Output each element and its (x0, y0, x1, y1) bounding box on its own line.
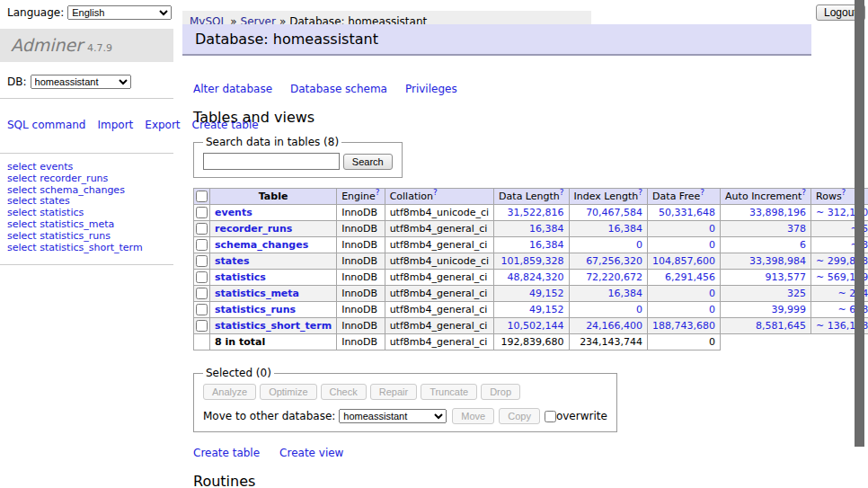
total-cell: 192,839,680 (494, 334, 569, 350)
drop-button[interactable]: Drop (481, 384, 520, 400)
row-checkbox-statistics-short-term[interactable] (196, 320, 208, 332)
cell-link-auto-increment[interactable]: 378 (787, 223, 806, 235)
link-create-table[interactable]: Create table (193, 447, 260, 459)
link-select-events[interactable]: select events (7, 162, 166, 173)
cell-link-data-free[interactable]: 0 (709, 239, 715, 251)
move-button[interactable]: Move (452, 408, 494, 424)
cell-engine: InnoDB (337, 302, 385, 318)
table-link-events[interactable]: events (215, 207, 252, 218)
row-checkbox-statistics-runs[interactable] (196, 304, 208, 315)
cell-link-data-length[interactable]: 16,384 (529, 223, 564, 235)
cell-engine: InnoDB (337, 253, 385, 270)
cell-link-data-length[interactable]: 48,824,320 (508, 271, 564, 283)
repair-button[interactable]: Repair (370, 384, 417, 400)
table-row-events: eventsInnoDButf8mb4_unicode_ci31,522,816… (194, 205, 868, 221)
cell-link-auto-increment[interactable]: 33,398,984 (749, 255, 806, 267)
help-link-rows[interactable]: ? (842, 188, 846, 197)
truncate-button[interactable]: Truncate (421, 384, 477, 400)
cell-link-index-length[interactable]: 72,220,672 (586, 271, 642, 283)
link-select-statistics-short-term[interactable]: select statistics_short_term (7, 243, 166, 254)
cell-collation: utf8mb4_general_ci (385, 302, 493, 318)
help-link-data-free[interactable]: ? (700, 188, 704, 197)
cell-link-data-free[interactable]: 50,331,648 (659, 207, 715, 218)
cell-link-index-length[interactable]: 16,384 (608, 223, 643, 235)
link-select-statistics-runs[interactable]: select statistics_runs (7, 231, 166, 243)
table-link-statistics-meta[interactable]: statistics_meta (215, 288, 299, 299)
cell-link-data-free[interactable]: 0 (709, 304, 715, 315)
optimize-button[interactable]: Optimize (260, 384, 316, 400)
language-select[interactable]: English (67, 5, 172, 20)
cell-link-data-free[interactable]: 188,743,680 (652, 320, 715, 332)
cell-link-data-length[interactable]: 49,152 (529, 288, 564, 299)
table-link-statistics-runs[interactable]: statistics_runs (215, 304, 296, 315)
help-link-data-length[interactable]: ? (560, 188, 564, 197)
link-create-view[interactable]: Create view (279, 447, 343, 459)
vertical-scrollbar[interactable] (855, 0, 864, 447)
link-alter-database[interactable]: Alter database (193, 83, 272, 95)
row-checkbox-events[interactable] (196, 207, 208, 218)
cell-collation: utf8mb4_general_ci (385, 270, 493, 286)
table-link-schema-changes[interactable]: schema_changes (215, 239, 308, 251)
cell-link-auto-increment[interactable]: 39,999 (772, 304, 807, 315)
help-link-engine[interactable]: ? (376, 188, 380, 197)
help-link-collation[interactable]: ? (433, 188, 438, 197)
overwrite-checkbox[interactable] (545, 411, 556, 422)
check-button[interactable]: Check (321, 384, 367, 400)
selected-legend: Selected (0) (203, 367, 274, 379)
sidebar-divider (0, 264, 173, 265)
cell-link-data-length[interactable]: 16,384 (529, 239, 564, 251)
table-link-statistics-short-term[interactable]: statistics_short_term (215, 320, 332, 332)
cell-link-index-length[interactable]: 70,467,584 (586, 207, 642, 218)
row-checkbox-schema-changes[interactable] (196, 239, 208, 251)
cell-link-index-length[interactable]: 16,384 (608, 288, 643, 299)
link-select-statistics-meta[interactable]: select statistics_meta (7, 219, 166, 231)
cell-link-index-length[interactable]: 24,166,400 (586, 320, 642, 332)
table-row-statistics-meta: statistics_metaInnoDButf8mb4_general_ci4… (194, 286, 868, 302)
row-checkbox-statistics-meta[interactable] (196, 288, 208, 299)
cell-link-index-length[interactable]: 0 (636, 304, 642, 315)
link-export[interactable]: Export (145, 119, 180, 131)
cell-link-data-free[interactable]: 0 (709, 288, 715, 299)
cell-link-data-free[interactable]: 0 (709, 223, 715, 235)
cell-link-data-free[interactable]: 104,857,600 (652, 255, 715, 267)
link-sql-command[interactable]: SQL command (7, 119, 85, 131)
cell-engine: InnoDB (337, 318, 385, 334)
select-all-checkbox[interactable] (196, 191, 208, 202)
cell-link-auto-increment[interactable]: 325 (787, 288, 806, 299)
analyze-button[interactable]: Analyze (203, 384, 256, 400)
sidebar-table-links: select eventsselect recorder_runsselect … (0, 154, 173, 264)
table-link-states[interactable]: states (215, 255, 250, 267)
move-label: Move to other database: (203, 410, 335, 422)
row-checkbox-states[interactable] (196, 255, 208, 267)
move-db-select[interactable]: homeassistant (339, 409, 447, 423)
cell-collation: utf8mb4_unicode_ci (385, 253, 493, 270)
link-import[interactable]: Import (97, 119, 133, 131)
db-select[interactable]: homeassistant (31, 75, 131, 89)
cell-link-auto-increment[interactable]: 33,898,196 (749, 207, 806, 218)
link-database-schema[interactable]: Database schema (290, 83, 387, 95)
table-row-statistics-short-term: statistics_short_termInnoDButf8mb4_gener… (194, 318, 868, 334)
help-link-auto-increment[interactable]: ? (802, 188, 806, 197)
link-privileges[interactable]: Privileges (405, 83, 457, 95)
search-button[interactable]: Search (343, 154, 393, 170)
cell-link-index-length[interactable]: 0 (636, 239, 642, 251)
cell-link-auto-increment[interactable]: 913,577 (766, 271, 807, 283)
copy-button[interactable]: Copy (499, 408, 540, 424)
link-select-recorder-runs[interactable]: select recorder_runs (7, 173, 166, 185)
table-link-recorder-runs[interactable]: recorder_runs (215, 223, 292, 235)
cell-link-index-length[interactable]: 67,256,320 (586, 255, 642, 267)
cell-link-auto-increment[interactable]: 8,581,645 (756, 320, 806, 332)
row-checkbox-recorder-runs[interactable] (196, 223, 208, 235)
search-input[interactable] (203, 153, 340, 170)
row-checkbox-statistics[interactable] (196, 271, 208, 283)
cell-link-data-length[interactable]: 31,522,816 (508, 207, 564, 218)
cell-engine: InnoDB (337, 221, 385, 237)
table-link-statistics[interactable]: statistics (215, 271, 266, 283)
cell-link-data-length[interactable]: 10,502,144 (508, 320, 564, 332)
db-label: DB: (7, 75, 27, 88)
cell-link-data-free[interactable]: 6,291,456 (665, 271, 715, 283)
cell-link-data-length[interactable]: 49,152 (529, 304, 564, 315)
help-link-index-length[interactable]: ? (638, 188, 642, 197)
cell-link-data-length[interactable]: 101,859,328 (501, 255, 564, 267)
cell-link-auto-increment[interactable]: 6 (800, 239, 806, 251)
